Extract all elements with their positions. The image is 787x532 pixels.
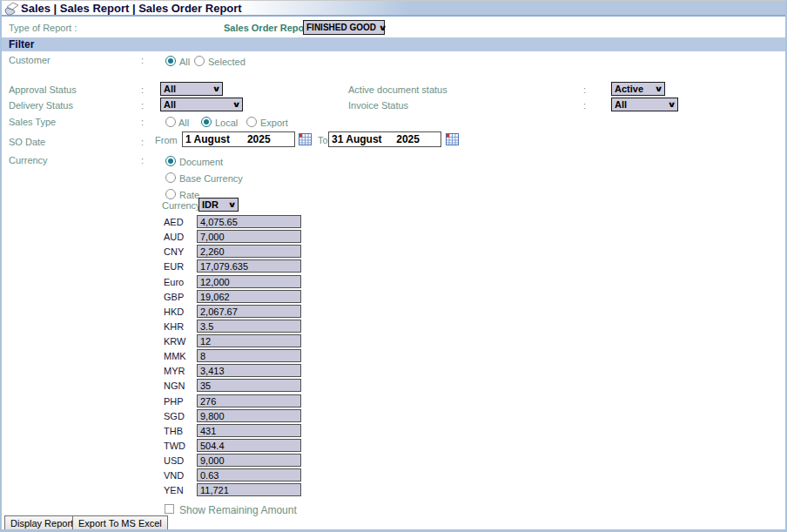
invoice-status-select[interactable]: All ∨ xyxy=(611,98,678,111)
currency-rate-input[interactable] xyxy=(197,305,301,318)
active-document-status-value: Active xyxy=(615,84,643,94)
show-remaining-checkbox[interactable] xyxy=(165,504,174,514)
sales-order-report-page: Sales | Sales Report | Sales Order Repor… xyxy=(0,0,787,532)
currency-mode-document-radio[interactable] xyxy=(165,156,176,166)
currency-rate-input[interactable] xyxy=(197,379,301,392)
currency-mode-rate-radio[interactable] xyxy=(165,189,176,199)
currency-code-label: NGN xyxy=(164,380,185,391)
delivery-status-label: Delivery Status xyxy=(9,100,73,111)
colon: : xyxy=(141,137,144,147)
chevron-down-icon: ∨ xyxy=(227,200,236,209)
type-of-report-label: Type of Report : xyxy=(9,23,77,33)
currency-rate-input[interactable] xyxy=(197,409,301,422)
currency-mode-document-label: Document xyxy=(179,157,223,167)
currency-code-label: CNY xyxy=(164,246,184,257)
colon: : xyxy=(141,55,144,65)
currency-rate-input[interactable] xyxy=(197,394,301,407)
currency-rate-input[interactable] xyxy=(197,349,301,362)
report-type-caption: Sales Order Report xyxy=(224,23,311,33)
sales-type-export-label: Export xyxy=(260,118,288,128)
currency-code-label: Euro xyxy=(164,277,184,287)
currency-code-label: PHP xyxy=(164,396,184,407)
currency-code-label: TWD xyxy=(164,441,185,451)
currency-code-label: USD xyxy=(164,455,184,466)
currency-code-label: KHR xyxy=(164,321,184,332)
currency-rate-input[interactable] xyxy=(197,290,301,303)
display-report-button[interactable]: Display Report xyxy=(4,515,79,530)
currency-mode-base-label: Base Currency xyxy=(179,173,243,184)
customer-label: Customer xyxy=(9,55,50,65)
active-document-status-label: Active document status xyxy=(348,84,447,95)
currency-code-label: MYR xyxy=(164,366,185,376)
currency-code-label: HKD xyxy=(164,306,184,317)
hand-report-icon xyxy=(4,2,19,19)
currency-code-label: YEN xyxy=(164,485,184,495)
colon: : xyxy=(583,100,586,111)
currency-rate-input[interactable] xyxy=(197,468,301,481)
export-excel-button[interactable]: Export To MS Excel xyxy=(72,515,168,530)
customer-selected-label: Selected xyxy=(208,57,246,67)
sales-type-all-label: All xyxy=(178,118,189,128)
currency-code-label: VND xyxy=(164,470,184,481)
customer-all-radio[interactable] xyxy=(165,56,176,66)
currency-code-label: THB xyxy=(164,426,183,436)
currency-rate-input[interactable] xyxy=(197,439,301,452)
delivery-status-select[interactable]: All ∨ xyxy=(160,98,243,111)
so-date-to-label: To xyxy=(318,135,328,145)
currency-rate-input[interactable] xyxy=(197,334,301,347)
so-date-from-input[interactable] xyxy=(182,131,295,147)
colon: : xyxy=(141,84,144,95)
sales-type-all-radio[interactable] xyxy=(165,117,176,127)
title-bar: Sales | Sales Report | Sales Order Repor… xyxy=(2,1,785,17)
currency-mode-rate-label: Rate xyxy=(179,190,199,200)
currency-rate-input[interactable] xyxy=(197,454,301,467)
currency-rate-input[interactable] xyxy=(197,275,301,288)
filter-header: Filter xyxy=(2,37,785,51)
customer-all-label: All xyxy=(179,57,190,67)
currency-code-label: AUD xyxy=(164,232,184,242)
currency-label: Currency xyxy=(9,155,48,165)
currency-select[interactable]: IDR ∨ xyxy=(198,198,239,212)
report-type-select[interactable]: FINISHED GOOD ∨ xyxy=(303,20,385,35)
chevron-down-icon: ∨ xyxy=(654,84,663,93)
customer-selected-radio[interactable] xyxy=(194,56,205,66)
chevron-down-icon: ∨ xyxy=(232,100,240,109)
currency-selected-value: IDR xyxy=(202,199,219,210)
chevron-down-icon: ∨ xyxy=(667,100,676,109)
currency-rate-input[interactable] xyxy=(197,230,301,243)
sales-type-export-radio[interactable] xyxy=(246,117,257,127)
delivery-status-value: All xyxy=(164,99,176,110)
chevron-down-icon: ∨ xyxy=(212,84,220,93)
sales-type-local-radio[interactable] xyxy=(201,117,212,127)
so-date-label: SO Date xyxy=(9,137,45,147)
currency-rate-input[interactable] xyxy=(197,215,301,228)
currency-code-label: KRW xyxy=(164,336,185,347)
so-date-from-label: From xyxy=(155,135,178,145)
invoice-status-value: All xyxy=(615,99,627,110)
colon: : xyxy=(141,155,144,165)
active-document-status-select[interactable]: Active ∨ xyxy=(611,82,665,96)
currency-code-label: GBP xyxy=(164,292,184,302)
currency-mode-base-radio[interactable] xyxy=(165,172,176,183)
so-date-to-input[interactable] xyxy=(328,131,441,147)
currency-rate-input[interactable] xyxy=(197,320,301,333)
currency-code-label: SGD xyxy=(164,411,185,421)
currency-rate-input[interactable] xyxy=(197,245,301,258)
colon: : xyxy=(141,100,144,111)
calendar-icon[interactable] xyxy=(446,133,459,145)
approval-status-label: Approval Status xyxy=(9,84,77,95)
sales-type-local-label: Local xyxy=(215,118,238,128)
currency-code-label: EUR xyxy=(164,261,184,272)
currency-rate-input[interactable] xyxy=(197,424,301,437)
sales-type-label: Sales Type xyxy=(9,117,56,127)
page-title: Sales | Sales Report | Sales Order Repor… xyxy=(21,2,242,15)
colon: : xyxy=(141,117,144,127)
calendar-icon[interactable] xyxy=(299,133,312,145)
approval-status-value: All xyxy=(164,84,176,94)
currency-rate-input[interactable] xyxy=(197,259,301,273)
currency-rate-input[interactable] xyxy=(197,483,301,496)
invoice-status-label: Invoice Status xyxy=(348,100,408,111)
colon: : xyxy=(583,84,586,95)
currency-rate-input[interactable] xyxy=(197,364,301,377)
approval-status-select[interactable]: All ∨ xyxy=(160,82,223,96)
